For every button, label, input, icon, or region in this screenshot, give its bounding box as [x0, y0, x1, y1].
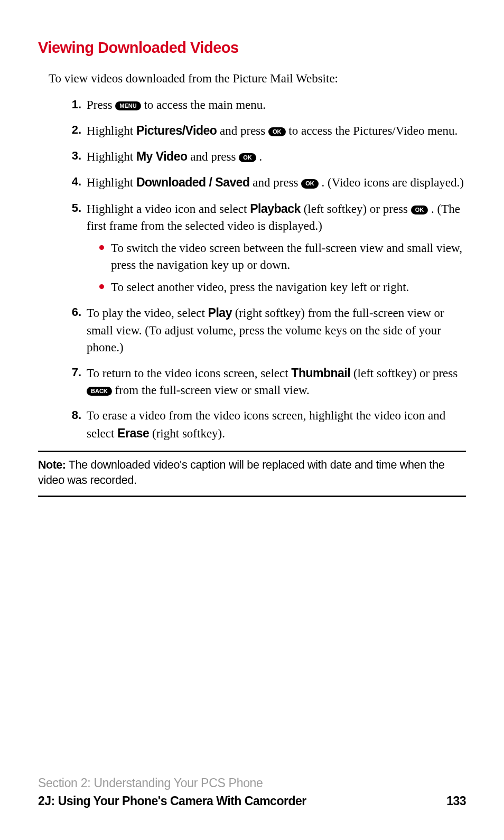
intro-text: To view videos downloaded from the Pictu…: [49, 70, 466, 87]
step-text: . (Video icons are displayed.): [319, 176, 464, 189]
bold-term: Thumbnail: [291, 366, 350, 380]
step-text: to access the Pictures/Video menu.: [286, 124, 458, 137]
step-text: Highlight: [87, 124, 136, 137]
bold-term: Downloaded / Saved: [136, 175, 250, 189]
note-text: The downloaded video's caption will be r…: [38, 459, 445, 487]
footer-section-label: Section 2: Understanding Your PCS Phone: [38, 774, 466, 791]
step-number: 7.: [69, 365, 81, 381]
step-number: 2.: [69, 122, 81, 138]
substep-text: To select another video, press the navig…: [111, 281, 409, 294]
bold-term: Erase: [117, 426, 149, 440]
ok-key-icon: OK: [239, 153, 256, 162]
menu-key-icon: MENU: [115, 101, 141, 110]
step-text: Press: [87, 98, 115, 111]
substep: To select another video, press the navig…: [99, 279, 466, 296]
step-text: .: [256, 150, 263, 163]
step-6: 6. To play the video, select Play (right…: [69, 304, 466, 356]
substep: To switch the video screen between the f…: [99, 240, 466, 274]
bold-term: Pictures/Video: [136, 124, 217, 137]
note-box: Note: The downloaded video's caption wil…: [38, 451, 466, 497]
bold-term: My Video: [136, 150, 188, 163]
back-key-icon: BACK: [87, 387, 112, 396]
step-number: 3.: [69, 148, 81, 164]
step-text: and press: [250, 176, 302, 189]
steps-list: 1. Press MENU to access the main menu. 2…: [69, 97, 466, 442]
step-text: and press: [187, 150, 239, 163]
step-3: 3. Highlight My Video and press OK .: [69, 148, 466, 165]
section-heading: Viewing Downloaded Videos: [38, 37, 466, 59]
step-text: Highlight: [87, 150, 136, 163]
step-4: 4. Highlight Downloaded / Saved and pres…: [69, 174, 466, 191]
step-text: (left softkey) or press: [301, 202, 411, 216]
page-number: 133: [446, 792, 466, 809]
step-text: Highlight a video icon and select: [87, 202, 250, 216]
bold-term: Playback: [250, 202, 301, 216]
step-5: 5. Highlight a video icon and select Pla…: [69, 200, 466, 296]
step-text: (left softkey) or press: [350, 367, 458, 380]
page-footer: Section 2: Understanding Your PCS Phone …: [38, 774, 466, 809]
ok-key-icon: OK: [268, 127, 286, 136]
note-label: Note:: [38, 459, 66, 471]
step-number: 8.: [69, 407, 81, 424]
step-8: 8. To erase a video from the video icons…: [69, 407, 466, 442]
substep-text: To switch the video screen between the f…: [111, 241, 462, 272]
ok-key-icon: OK: [301, 179, 319, 188]
step-1: 1. Press MENU to access the main menu.: [69, 97, 466, 114]
step-number: 5.: [69, 200, 81, 217]
step-text: to access the main menu.: [141, 98, 266, 111]
step-text: from the full-screen view or small view.: [112, 384, 310, 397]
step-text: and press: [217, 124, 268, 137]
step-number: 6.: [69, 304, 81, 321]
step-2: 2. Highlight Pictures/Video and press OK…: [69, 122, 466, 139]
step-text: (right softkey).: [149, 427, 225, 440]
step-text: To play the video, select: [87, 306, 208, 320]
bold-term: Play: [208, 306, 232, 320]
substep-list: To switch the video screen between the f…: [99, 240, 466, 296]
step-7: 7. To return to the video icons screen, …: [69, 365, 466, 399]
step-number: 4.: [69, 174, 81, 190]
step-text: Highlight: [87, 176, 136, 189]
footer-chapter-label: 2J: Using Your Phone's Camera With Camco…: [38, 792, 306, 809]
ok-key-icon: OK: [411, 206, 428, 214]
step-text: To return to the video icons screen, sel…: [87, 367, 291, 380]
step-number: 1.: [69, 97, 81, 113]
